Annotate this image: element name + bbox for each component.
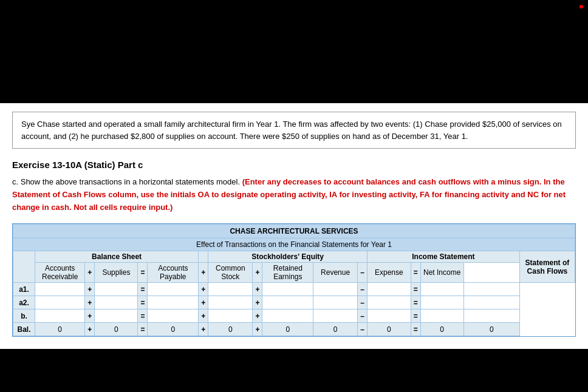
company-name-header: CHASE ARCHITECTURAL SERVICES [13,225,575,238]
cash-flows-header: Statement of Cash Flows [519,251,575,283]
b-cash-flows[interactable] [463,309,519,323]
a2-cash-flows-input[interactable] [467,299,517,307]
a2-accounts-payable[interactable] [148,296,199,309]
b-common-stock-input[interactable] [211,312,250,320]
b-revenue-input[interactable] [316,312,355,320]
retained-earnings-header: RetainedEarnings [262,263,313,283]
a1-supplies[interactable] [95,283,138,296]
a1-retained-earnings[interactable] [262,283,313,296]
exercise-title: Exercise 13-10A (Static) Part c [12,160,576,170]
a1-accounts-receivable-input[interactable] [38,285,82,294]
b-cash-flows-input[interactable] [467,312,517,320]
a1-common-stock-input[interactable] [211,285,250,294]
a2-revenue-input[interactable] [316,299,355,307]
a2-supplies[interactable] [95,296,138,309]
b-revenue[interactable] [313,309,358,323]
net-income-header: Net Income [420,263,463,283]
revenue-header: Revenue [313,263,358,283]
a2-net-income[interactable] [420,296,463,309]
a1-accounts-receivable[interactable] [35,283,85,296]
a1-revenue-input[interactable] [316,285,355,294]
row-label-b: b. [13,309,35,323]
b-common-stock[interactable] [208,309,253,323]
a2-cash-flows[interactable] [463,296,519,309]
a2-expense-input[interactable] [370,299,408,307]
bal-revenue: 0 [313,323,358,336]
b-accounts-payable-input[interactable] [150,312,196,320]
accounts-receivable-header: AccountsReceivable [35,263,85,283]
bal-cash-flows: 0 [463,323,519,336]
a2-accounts-payable-input[interactable] [150,299,196,307]
a2-retained-earnings[interactable] [262,296,313,309]
table-row: a1. + = + + – = [13,283,575,296]
row-label-a1: a1. [13,283,35,296]
a2-retained-earnings-input[interactable] [265,299,310,307]
a2-revenue[interactable] [313,296,358,309]
bal-common-stock: 0 [208,323,253,336]
a1-retained-earnings-input[interactable] [265,285,310,294]
bal-net-income: 0 [420,323,463,336]
a1-accounts-payable[interactable] [148,283,199,296]
expense-header: Expense [368,263,411,283]
table-row-bal: Bal. 0 + 0 = 0 + 0 + 0 0 – 0 = 0 0 [13,323,575,336]
liabilities-header: AccountsPayable [148,263,199,283]
row-label-bal: Bal. [13,323,35,336]
b-expense-input[interactable] [370,312,408,320]
common-stock-header: CommonStock [208,263,253,283]
no-header [13,251,35,283]
a1-expense-input[interactable] [370,285,408,294]
a1-net-income[interactable] [420,283,463,296]
financial-table: CHASE ARCHITECTURAL SERVICES Effect of T… [13,224,575,336]
subtitle-header: Effect of Transactions on the Financial … [13,238,575,251]
supplies-header: Supplies [95,263,138,283]
b-accounts-receivable-input[interactable] [38,312,82,320]
a2-supplies-input[interactable] [97,299,135,307]
bal-accounts-receivable: 0 [35,323,85,336]
b-accounts-payable[interactable] [148,309,199,323]
b-net-income[interactable] [420,309,463,323]
a1-expense[interactable] [368,283,411,296]
bal-retained-earnings: 0 [262,323,313,336]
bal-accounts-payable: 0 [148,323,199,336]
a2-common-stock[interactable] [208,296,253,309]
red-dot [579,5,583,8]
stockholders-equity-header: Stockholders' Equity [208,251,368,263]
b-accounts-receivable[interactable] [35,309,85,323]
intro-text: Sye Chase started and operated a small f… [21,120,562,141]
a1-revenue[interactable] [313,283,358,296]
a1-net-income-input[interactable] [423,285,461,294]
a2-common-stock-input[interactable] [211,299,250,307]
table-row: b. + = + + – = [13,309,575,323]
a2-accounts-receivable[interactable] [35,296,85,309]
intro-box: Sye Chase started and operated a small f… [12,112,576,149]
balance-sheet-header: Balance Sheet [35,251,199,263]
a2-expense[interactable] [368,296,411,309]
a1-cash-flows[interactable] [463,283,519,296]
b-retained-earnings[interactable] [262,309,313,323]
financial-table-wrapper: CHASE ARCHITECTURAL SERVICES Effect of T… [12,223,576,337]
top-black-area [0,0,588,103]
b-expense[interactable] [368,309,411,323]
instructions-part1: c. Show the above transactions in a hori… [12,177,240,186]
a2-net-income-input[interactable] [423,299,461,307]
a1-supplies-input[interactable] [97,285,135,294]
income-statement-header: Income Statement [368,251,520,263]
bal-expense: 0 [368,323,411,336]
bal-supplies: 0 [95,323,138,336]
a1-common-stock[interactable] [208,283,253,296]
row-label-a2: a2. [13,296,35,309]
b-supplies-input[interactable] [97,312,135,320]
b-net-income-input[interactable] [423,312,461,320]
instructions: c. Show the above transactions in a hori… [12,176,576,214]
b-supplies[interactable] [95,309,138,323]
b-retained-earnings-input[interactable] [265,312,310,320]
a2-accounts-receivable-input[interactable] [38,299,82,307]
content-area: Sye Chase started and operated a small f… [0,103,588,349]
table-row: a2. + = + + – = [13,296,575,309]
a1-accounts-payable-input[interactable] [150,285,196,294]
a1-cash-flows-input[interactable] [467,285,517,294]
